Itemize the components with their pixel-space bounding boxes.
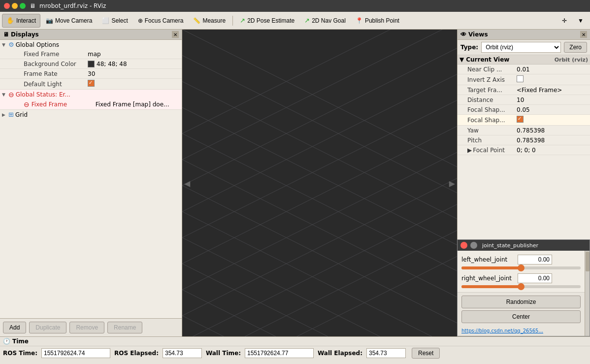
views-close-button[interactable]: ✕ [580,31,587,38]
duplicate-button[interactable]: Duplicate [29,322,66,333]
joint-titlebar: joint_state_publisher [458,240,590,251]
toolbar: ✋ Interact 📷 Move Camera ⬜ Select ⊕ Focu… [0,12,590,30]
pin-icon: 📍 [356,17,363,24]
menu-icon: ▼ [578,17,584,24]
add-toolbar-button[interactable]: ✛ [557,14,571,28]
right-wheel-input[interactable] [518,273,552,283]
reset-button[interactable]: Reset [412,348,440,359]
window-controls[interactable] [4,3,26,9]
yaw-row: Yaw 0.785398 [458,126,590,135]
ros-elapsed-input[interactable] [163,348,202,358]
pose-estimate-button[interactable]: ↗ 2D Pose Estimate [235,14,299,28]
displays-title: 🖥 Displays [3,31,39,38]
menu-button[interactable]: ▼ [573,14,588,28]
titlebar: 🖥 mrobot_urdf.rviz - RViz [0,0,590,12]
background-color-label: Background Color [24,61,88,67]
minimize-button[interactable] [12,3,18,9]
color-swatch[interactable] [88,61,95,67]
viewport-right-arrow[interactable]: ▶ [449,178,455,188]
pitch-value[interactable]: 0.785398 [517,137,587,144]
select-button[interactable]: ⬜ Select [98,14,132,28]
yaw-value[interactable]: 0.785398 [517,127,587,134]
frame-rate-value[interactable]: 30 [88,70,180,77]
global-status-item[interactable]: ▼ ⊖ Global Status: Er... [0,90,182,99]
frame-rate-label: Frame Rate [24,70,88,77]
background-color-value: 48; 48; 48 [88,61,180,67]
joint-minimize-button[interactable] [470,242,477,249]
fixed-frame-error-label: Fixed Frame [32,101,96,108]
left-wheel-slider-container [461,266,581,269]
displays-buttons: Add Duplicate Remove Rename [0,318,182,336]
randomize-button[interactable]: Randomize [461,296,581,308]
remove-button[interactable]: Remove [69,322,104,333]
display-icon: 🖥 [3,31,9,38]
wall-elapsed-input[interactable] [366,348,406,358]
select-label: Select [111,17,128,24]
move-camera-button[interactable]: 📷 Move Camera [41,14,97,28]
joint-publisher-panel: joint_state_publisher left_wheel_joint [457,239,590,336]
viewport-left-arrow[interactable]: ◀ [184,178,190,188]
section-arrow: ▼ [459,56,464,63]
left-wheel-thumb[interactable] [518,265,524,271]
focal-point-value[interactable]: 0; 0; 0 [517,147,587,154]
default-light-value[interactable] [88,80,180,88]
focus-camera-button[interactable]: ⊕ Focus Camera [133,14,188,28]
displays-close-button[interactable]: ✕ [172,31,179,38]
grid-item[interactable]: ▶ ⊞ Grid [0,110,182,119]
right-wheel-row: right_wheel_joint [461,273,581,283]
maximize-button[interactable] [20,3,26,9]
left-wheel-track [461,266,581,269]
views-zero-button[interactable]: Zero [564,42,587,53]
joint-title: joint_state_publisher [482,242,538,249]
nav-icon: ↗ [304,17,310,24]
displays-panel: 🖥 Displays ✕ ▼ ⚙ Global Options Fixed Fr… [0,30,182,336]
focal-shap1-label: Focal Shap... [467,106,517,113]
measure-button[interactable]: 📏 Measure [189,14,230,28]
fixed-frame-row: Fixed Frame map [0,49,182,59]
gear-icon: ⚙ [8,41,14,48]
viewport[interactable]: ◀ ▶ [182,30,457,336]
focal-shap1-value[interactable]: 0.05 [517,106,587,113]
current-view-section[interactable]: ▼ Current View Orbit (rviz) [458,55,590,65]
move-camera-label: Move Camera [55,17,92,24]
focus-icon: ⊕ [138,17,143,24]
nav-goal-button[interactable]: ↗ 2D Nav Goal [300,14,350,28]
rename-button[interactable]: Rename [107,322,142,333]
ros-time-input[interactable] [41,348,110,358]
target-frame-value[interactable]: <Fixed Frame> [517,87,587,94]
global-options-item[interactable]: ▼ ⚙ Global Options [0,40,182,49]
error-icon: ⊖ [24,100,30,108]
publish-point-button[interactable]: 📍 Publish Point [351,14,404,28]
left-wheel-input[interactable] [518,255,552,265]
fixed-frame-value[interactable]: map [88,51,180,58]
joint-close-button[interactable] [460,242,467,249]
center-button[interactable]: Center [461,310,581,323]
views-header: 👁 Views ✕ [458,30,590,40]
measure-label: Measure [202,17,226,24]
invert-z-checkbox[interactable] [517,75,524,82]
wall-time-label: Wall Time: [206,350,241,357]
joint-scrollbar[interactable] [585,251,590,336]
near-clip-value[interactable]: 0.01 [517,66,587,73]
right-wheel-track [461,285,581,288]
distance-value[interactable]: 10 [517,97,587,103]
right-wheel-thumb[interactable] [518,283,524,290]
interact-button[interactable]: ✋ Interact [2,14,40,28]
focal-shap2-checkbox[interactable] [517,116,524,123]
wall-time-input[interactable] [245,348,314,358]
time-row: ROS Time: ROS Elapsed: Wall Time: Wall E… [0,346,590,360]
invert-z-value[interactable] [517,75,587,84]
focal-shap2-value[interactable] [517,116,587,124]
viewport-grid [182,30,457,336]
add-button[interactable]: Add [3,322,26,333]
invert-z-row: Invert Z Axis [458,74,590,85]
close-button[interactable] [4,3,10,9]
joint-url[interactable]: https://blog.csdn.net/qq_26565... [461,328,543,333]
target-frame-row: Target Fra... <Fixed Frame> [458,85,590,95]
joint-body: left_wheel_joint right_wheel_joint [458,251,590,336]
views-type-select[interactable]: Orbit (rviz) [481,42,561,53]
default-light-checkbox[interactable] [88,80,95,87]
joint-scroll-thumb[interactable] [586,252,590,271]
global-options-label: Global Options [16,41,59,48]
current-view-label: Current View [466,56,509,63]
